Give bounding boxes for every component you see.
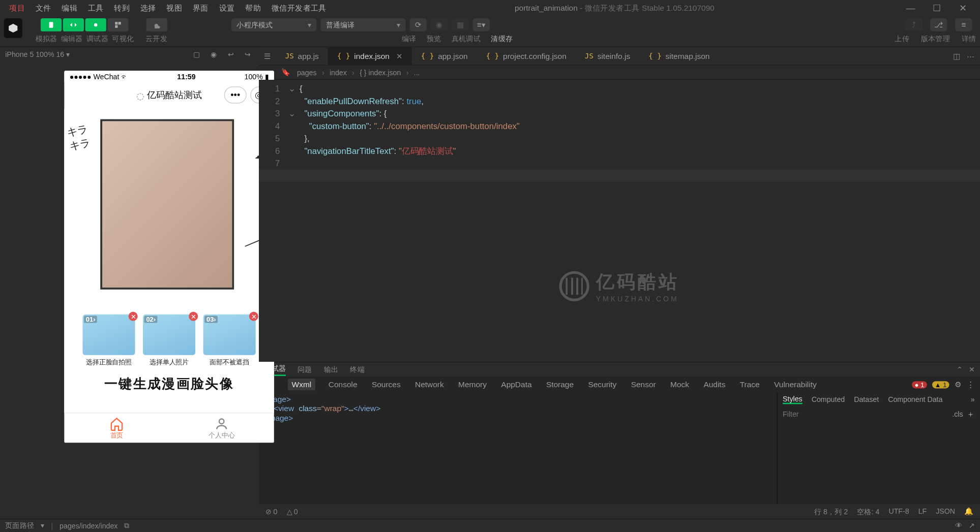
explorer-toggle-icon[interactable]: ☰: [259, 47, 276, 65]
capsule-menu-button[interactable]: •••: [224, 86, 247, 104]
dt-tab-sources[interactable]: Sources: [370, 380, 402, 389]
dt-tab-wxml[interactable]: Wxml: [288, 379, 315, 390]
dt-tab-audits[interactable]: Audits: [702, 380, 727, 389]
close-icon[interactable]: ✕: [249, 312, 258, 321]
menu-select[interactable]: 选择: [135, 3, 162, 14]
add-style-icon[interactable]: ＋: [967, 409, 974, 420]
dt-tab-trace[interactable]: Trace: [738, 380, 761, 389]
window-minimize-icon[interactable]: ―: [898, 3, 924, 13]
dt-tab-network[interactable]: Network: [413, 380, 445, 389]
styles-tab[interactable]: Styles: [783, 395, 803, 404]
dt-tab-memory[interactable]: Memory: [457, 380, 488, 389]
tab-app-json[interactable]: { }app.json: [412, 47, 477, 65]
bell-icon[interactable]: 🔔: [964, 507, 973, 516]
clear-cache-button[interactable]: ≡▾: [472, 18, 490, 32]
dt-tab-security[interactable]: Security: [587, 380, 618, 389]
toggle-simulator-button[interactable]: [41, 18, 62, 32]
crumb-pages[interactable]: pages: [297, 69, 317, 76]
tab-app-js[interactable]: JSapp.js: [276, 47, 328, 65]
compile-select[interactable]: 普通编译▾: [320, 18, 406, 32]
dataset-tab[interactable]: Dataset: [854, 396, 879, 403]
split-editor-icon[interactable]: ◫: [953, 51, 960, 60]
menu-ui[interactable]: 界面: [188, 3, 214, 14]
styles-filter-input[interactable]: [783, 410, 948, 418]
devtools-tab-output[interactable]: 输出: [324, 364, 338, 374]
tab-profile[interactable]: 个人中心: [169, 413, 274, 443]
thumb-1[interactable]: 01›✕ 选择正脸自拍照: [82, 315, 135, 367]
remote-debug-button[interactable]: ▦: [452, 18, 469, 32]
computed-tab[interactable]: Computed: [812, 396, 845, 403]
componentdata-tab[interactable]: Component Data: [888, 396, 942, 403]
close-icon[interactable]: ✕: [396, 51, 403, 60]
copy-path-icon[interactable]: ⧉: [124, 521, 129, 530]
menu-project[interactable]: 项目: [4, 3, 31, 14]
toggle-debugger-button[interactable]: [85, 18, 106, 32]
menu-view[interactable]: 视图: [161, 3, 188, 14]
dt-tab-appdata[interactable]: AppData: [500, 380, 533, 389]
details-button[interactable]: ≡: [955, 18, 972, 32]
status-language[interactable]: JSON: [936, 507, 955, 516]
status-errors[interactable]: ⊘ 0: [265, 507, 277, 516]
devtools-close-icon[interactable]: ✕: [969, 365, 975, 374]
more-icon[interactable]: ⋯: [967, 51, 974, 60]
page-path-value[interactable]: pages/index/index: [60, 522, 117, 529]
device-picker[interactable]: iPhone 5 100% 16 ▾: [5, 50, 70, 59]
code-editor[interactable]: 12345678 ⌄⌄ { "enablePullDownRefresh": t…: [259, 80, 980, 361]
dt-tab-console[interactable]: Console: [327, 380, 359, 389]
window-maximize-icon[interactable]: ☐: [924, 3, 950, 13]
status-warnings[interactable]: △ 0: [287, 507, 298, 516]
tab-siteinfo-js[interactable]: JSsiteinfo.js: [576, 47, 639, 65]
dt-tab-vulnerability[interactable]: Vulnerability: [773, 380, 818, 389]
popup-icon[interactable]: ↗: [969, 521, 975, 530]
version-manage-button[interactable]: ⎇: [930, 18, 947, 32]
devtools-tab-terminal[interactable]: 终端: [350, 364, 364, 374]
menu-wechat-devtools[interactable]: 微信开发者工具: [266, 3, 332, 14]
kebab-icon[interactable]: ⋮: [967, 380, 974, 389]
crumb-index[interactable]: index: [330, 69, 347, 76]
dt-tab-storage[interactable]: Storage: [545, 380, 575, 389]
tab-project-config-json[interactable]: { }project.config.json: [477, 47, 576, 65]
tab-index-json[interactable]: { }index.json✕: [328, 47, 412, 65]
crumb-file[interactable]: { } index.json: [360, 69, 401, 76]
thumb-2[interactable]: 02›✕ 选择单人照片: [143, 315, 195, 367]
code-text[interactable]: { "enablePullDownRefresh": true, "usingC…: [297, 80, 980, 361]
status-encoding[interactable]: UTF-8: [888, 507, 909, 516]
sim-screenshot-icon[interactable]: ▢: [191, 48, 202, 60]
upload-button[interactable]: ⤴: [905, 18, 923, 32]
toggle-editor-button[interactable]: [63, 18, 84, 32]
tab-sitemap-json[interactable]: { }sitemap.json: [639, 47, 719, 65]
sim-back-icon[interactable]: ↩: [225, 48, 236, 60]
mode-select[interactable]: 小程序模式▾: [231, 18, 317, 32]
sim-record-icon[interactable]: ◉: [208, 48, 220, 60]
devtools-tab-problems[interactable]: 问题: [298, 364, 312, 374]
status-eol[interactable]: LF: [918, 507, 927, 516]
close-icon[interactable]: ✕: [189, 312, 198, 321]
status-indent[interactable]: 空格: 4: [857, 507, 879, 516]
gear-icon[interactable]: ⚙: [955, 380, 962, 389]
dt-tab-mock[interactable]: Mock: [669, 380, 690, 389]
status-cursor[interactable]: 行 8，列 2: [814, 507, 848, 516]
wxml-tree[interactable]: <page> ▸ <view class="wrap">…</view> </p…: [259, 392, 777, 504]
menu-help[interactable]: 帮助: [240, 3, 266, 14]
close-icon[interactable]: ✕: [129, 312, 138, 321]
main-photo-placeholder[interactable]: [100, 119, 234, 290]
bookmark-icon[interactable]: 🔖: [280, 68, 291, 77]
menu-edit[interactable]: 编辑: [56, 3, 83, 14]
menu-tools[interactable]: 工具: [82, 3, 109, 14]
menu-settings[interactable]: 设置: [214, 3, 240, 14]
warn-count-badge[interactable]: ▲ 1: [932, 381, 949, 388]
cls-toggle[interactable]: .cls: [952, 410, 963, 418]
devtools-collapse-icon[interactable]: ⌃: [957, 365, 963, 374]
tab-home[interactable]: 首页: [64, 413, 169, 443]
fold-gutter[interactable]: ⌄⌄: [286, 80, 297, 361]
compile-button[interactable]: ⟳: [410, 18, 427, 32]
error-count-badge[interactable]: ● 1: [912, 381, 927, 388]
thumb-3[interactable]: 03›✕ 面部不被遮挡: [203, 315, 256, 367]
menu-goto[interactable]: 转到: [109, 3, 135, 14]
dt-tab-sensor[interactable]: Sensor: [630, 380, 657, 389]
menu-file[interactable]: 文件: [30, 3, 56, 14]
window-close-icon[interactable]: ✕: [950, 3, 976, 13]
toggle-visual-button[interactable]: [107, 18, 128, 32]
eye-icon[interactable]: 👁: [955, 521, 962, 530]
cloud-dev-button[interactable]: [146, 18, 167, 32]
